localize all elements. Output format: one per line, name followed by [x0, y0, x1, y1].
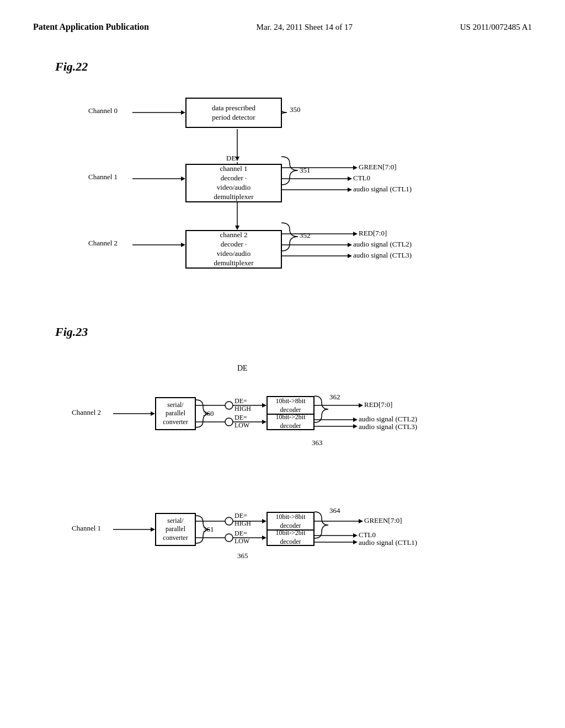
- dec-10to2-bot: 10bit->2bit decoder: [266, 529, 315, 546]
- svg-marker-36: [262, 403, 266, 408]
- sp-converter-ch1: serial/ parallel converter: [155, 513, 196, 546]
- svg-marker-54: [353, 540, 358, 544]
- dec-10to2-top: 10bit->2bit decoder: [266, 414, 315, 430]
- svg-marker-38: [262, 420, 266, 424]
- svg-marker-1: [181, 110, 185, 115]
- svg-marker-44: [359, 403, 363, 408]
- svg-point-34: [225, 534, 233, 542]
- n351-label: 351: [300, 166, 311, 175]
- red-label-fig23: RED[7:0]: [364, 400, 392, 409]
- audio-ctl2-label-fig22: audio signal (CTL2): [353, 240, 412, 249]
- svg-marker-40: [262, 519, 266, 523]
- fig22-diagram: Channel 0 data prescribed period detecto…: [77, 82, 463, 292]
- audio-ctl1-label: audio signal (CTL1): [353, 185, 412, 194]
- svg-marker-46: [353, 417, 358, 422]
- svg-point-32: [225, 418, 233, 426]
- header-center: Mar. 24, 2011 Sheet 14 of 17: [257, 23, 353, 32]
- de-low-top-label: DE= LOW: [234, 414, 249, 430]
- fig23-label: Fig.23: [55, 325, 532, 339]
- de-low-bot-label: DE= LOW: [234, 529, 249, 545]
- fig23-diagram: DE Channel 2 serial/ parallel converter …: [66, 347, 463, 585]
- fig22-label: Fig.22: [55, 60, 532, 74]
- header-left: Patent Application Publication: [33, 22, 149, 32]
- fig23-section: Fig.23: [0, 325, 565, 585]
- n350-label: 350: [290, 105, 301, 114]
- svg-marker-3: [181, 176, 185, 181]
- svg-marker-5: [181, 243, 185, 247]
- n361-label: 361: [203, 525, 214, 534]
- red-label-fig22: RED[7:0]: [359, 229, 387, 238]
- n364-label: 364: [329, 506, 340, 515]
- n352-label: 352: [300, 231, 311, 240]
- fig22-section: Fig.22: [0, 60, 565, 292]
- svg-marker-16: [348, 188, 352, 192]
- ch1-decoder-box: channel 1 decoder · video/audio demultip…: [185, 164, 282, 202]
- svg-marker-26: [151, 527, 155, 532]
- de-high-top-label: DE= HIGH: [234, 397, 251, 413]
- svg-marker-24: [151, 411, 155, 416]
- de-high-bot-label: DE= HIGH: [234, 512, 251, 528]
- svg-point-31: [225, 402, 233, 409]
- green-label-fig23: GREEN[7:0]: [364, 516, 402, 525]
- fig23-svg: [66, 347, 463, 585]
- de-label-fig22: DE: [226, 154, 236, 163]
- svg-marker-10: [235, 226, 239, 230]
- svg-marker-22: [348, 254, 352, 258]
- svg-marker-48: [353, 424, 358, 429]
- data-prescribed-box: data prescribed period detector: [185, 98, 282, 128]
- n362-label: 362: [329, 393, 340, 402]
- audio-ctl3-label-fig22: audio signal (CTL3): [353, 251, 412, 260]
- svg-marker-12: [353, 165, 358, 170]
- header-right: US 2011/0072485 A1: [460, 23, 532, 32]
- svg-marker-14: [348, 176, 352, 181]
- n363-label: 363: [312, 438, 323, 447]
- channel2-label-fig23: Channel 2: [72, 408, 101, 417]
- channel2-label-fig22: Channel 2: [88, 239, 118, 248]
- channel0-label: Channel 0: [88, 106, 118, 115]
- channel1-label: Channel 1: [88, 173, 118, 181]
- de-header-fig23: DE: [237, 364, 248, 373]
- audio-ctl3-label-fig23: audio signal (CTL3): [359, 422, 417, 431]
- channel1-label-fig23: Channel 1: [72, 524, 101, 533]
- page-header: Patent Application Publication Mar. 24, …: [0, 0, 565, 38]
- svg-point-33: [225, 517, 233, 525]
- audio-ctl1-label-fig23: audio signal (CTL1): [359, 538, 417, 547]
- svg-marker-18: [353, 232, 358, 236]
- ctl0-label-fig22: CTL0: [353, 174, 370, 183]
- svg-marker-20: [348, 243, 352, 247]
- ch2-decoder-box: channel 2 decoder · video/audio demultip…: [185, 230, 282, 269]
- svg-marker-52: [353, 533, 358, 538]
- sp-converter-ch2: serial/ parallel converter: [155, 397, 196, 430]
- svg-marker-50: [359, 519, 363, 523]
- svg-marker-42: [262, 536, 266, 540]
- n365-label: 365: [237, 552, 248, 560]
- green-label-fig22: GREEN[7:0]: [359, 163, 397, 172]
- n360-label: 360: [203, 409, 214, 418]
